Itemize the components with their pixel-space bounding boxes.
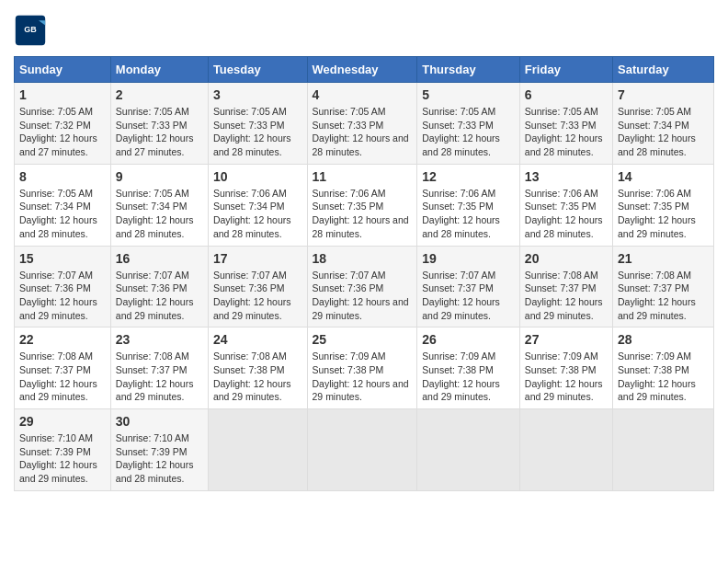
day-info: Sunrise: 7:05 AMSunset: 7:33 PMDaylight:… <box>313 105 413 159</box>
day-info: Sunrise: 7:09 AMSunset: 7:38 PMDaylight:… <box>525 350 608 404</box>
day-number: 27 <box>525 332 608 347</box>
calendar-cell <box>307 409 417 491</box>
header-sunday: Sunday <box>15 57 111 83</box>
calendar-cell: 22Sunrise: 7:08 AMSunset: 7:37 PMDayligh… <box>15 327 111 409</box>
calendar-cell <box>519 409 612 491</box>
calendar-cell: 11Sunrise: 7:06 AMSunset: 7:35 PMDayligh… <box>307 164 417 246</box>
day-number: 21 <box>618 251 709 266</box>
calendar-cell: 23Sunrise: 7:08 AMSunset: 7:37 PMDayligh… <box>110 327 208 409</box>
day-info: Sunrise: 7:10 AMSunset: 7:39 PMDaylight:… <box>116 431 203 486</box>
calendar-cell <box>208 409 307 491</box>
calendar-week-4: 22Sunrise: 7:08 AMSunset: 7:37 PMDayligh… <box>15 327 714 409</box>
header-tuesday: Tuesday <box>208 57 307 83</box>
calendar-cell: 24Sunrise: 7:08 AMSunset: 7:38 PMDayligh… <box>208 327 307 409</box>
calendar-cell: 6Sunrise: 7:05 AMSunset: 7:33 PMDaylight… <box>519 83 612 165</box>
calendar-cell: 7Sunrise: 7:05 AMSunset: 7:34 PMDaylight… <box>613 83 714 165</box>
day-number: 4 <box>313 87 413 102</box>
calendar-cell: 9Sunrise: 7:05 AMSunset: 7:34 PMDaylight… <box>110 164 208 246</box>
day-number: 15 <box>19 251 106 266</box>
calendar-cell: 16Sunrise: 7:07 AMSunset: 7:36 PMDayligh… <box>110 246 208 327</box>
day-number: 19 <box>422 251 515 266</box>
calendar-cell: 1Sunrise: 7:05 AMSunset: 7:32 PMDaylight… <box>15 83 111 165</box>
day-number: 26 <box>422 332 515 347</box>
calendar-cell: 10Sunrise: 7:06 AMSunset: 7:34 PMDayligh… <box>208 164 307 246</box>
day-number: 3 <box>213 87 302 102</box>
day-number: 5 <box>422 87 515 102</box>
day-number: 28 <box>618 332 709 347</box>
calendar-cell: 18Sunrise: 7:07 AMSunset: 7:36 PMDayligh… <box>307 246 417 327</box>
day-info: Sunrise: 7:08 AMSunset: 7:37 PMDaylight:… <box>525 269 608 323</box>
day-info: Sunrise: 7:05 AMSunset: 7:34 PMDaylight:… <box>618 105 709 159</box>
day-number: 6 <box>525 87 608 102</box>
day-number: 10 <box>213 169 302 184</box>
calendar-header-row: SundayMondayTuesdayWednesdayThursdayFrid… <box>15 57 714 83</box>
day-info: Sunrise: 7:05 AMSunset: 7:33 PMDaylight:… <box>116 105 203 159</box>
day-info: Sunrise: 7:09 AMSunset: 7:38 PMDaylight:… <box>422 350 515 404</box>
header-thursday: Thursday <box>417 57 520 83</box>
day-info: Sunrise: 7:05 AMSunset: 7:34 PMDaylight:… <box>19 187 106 241</box>
day-number: 7 <box>618 87 709 102</box>
calendar-cell: 13Sunrise: 7:06 AMSunset: 7:35 PMDayligh… <box>519 164 612 246</box>
day-info: Sunrise: 7:09 AMSunset: 7:38 PMDaylight:… <box>313 350 413 404</box>
header: GB <box>14 14 714 47</box>
day-info: Sunrise: 7:07 AMSunset: 7:37 PMDaylight:… <box>422 269 515 323</box>
calendar-cell: 8Sunrise: 7:05 AMSunset: 7:34 PMDaylight… <box>15 164 111 246</box>
day-info: Sunrise: 7:05 AMSunset: 7:33 PMDaylight:… <box>213 105 302 159</box>
calendar-week-3: 15Sunrise: 7:07 AMSunset: 7:36 PMDayligh… <box>15 246 714 327</box>
logo: GB <box>14 14 51 47</box>
day-number: 1 <box>19 87 106 102</box>
calendar-cell: 17Sunrise: 7:07 AMSunset: 7:36 PMDayligh… <box>208 246 307 327</box>
calendar-cell: 15Sunrise: 7:07 AMSunset: 7:36 PMDayligh… <box>15 246 111 327</box>
calendar-cell: 2Sunrise: 7:05 AMSunset: 7:33 PMDaylight… <box>110 83 208 165</box>
day-info: Sunrise: 7:08 AMSunset: 7:37 PMDaylight:… <box>116 350 203 404</box>
calendar-cell: 3Sunrise: 7:05 AMSunset: 7:33 PMDaylight… <box>208 83 307 165</box>
day-info: Sunrise: 7:06 AMSunset: 7:34 PMDaylight:… <box>213 187 302 241</box>
day-number: 11 <box>313 169 413 184</box>
day-info: Sunrise: 7:08 AMSunset: 7:37 PMDaylight:… <box>618 269 709 323</box>
day-info: Sunrise: 7:05 AMSunset: 7:33 PMDaylight:… <box>422 105 515 159</box>
day-info: Sunrise: 7:05 AMSunset: 7:34 PMDaylight:… <box>116 187 203 241</box>
svg-text:GB: GB <box>24 25 37 34</box>
day-info: Sunrise: 7:07 AMSunset: 7:36 PMDaylight:… <box>19 269 106 323</box>
calendar-cell: 19Sunrise: 7:07 AMSunset: 7:37 PMDayligh… <box>417 246 520 327</box>
calendar-cell: 30Sunrise: 7:10 AMSunset: 7:39 PMDayligh… <box>110 409 208 491</box>
calendar-cell: 29Sunrise: 7:10 AMSunset: 7:39 PMDayligh… <box>15 409 111 491</box>
calendar-cell: 14Sunrise: 7:06 AMSunset: 7:35 PMDayligh… <box>613 164 714 246</box>
day-number: 17 <box>213 251 302 266</box>
day-info: Sunrise: 7:08 AMSunset: 7:37 PMDaylight:… <box>19 350 106 404</box>
day-number: 14 <box>618 169 709 184</box>
calendar-cell <box>417 409 520 491</box>
day-info: Sunrise: 7:06 AMSunset: 7:35 PMDaylight:… <box>618 187 709 241</box>
calendar-cell <box>613 409 714 491</box>
day-number: 16 <box>116 251 203 266</box>
calendar-cell: 25Sunrise: 7:09 AMSunset: 7:38 PMDayligh… <box>307 327 417 409</box>
day-number: 22 <box>19 332 106 347</box>
day-info: Sunrise: 7:05 AMSunset: 7:32 PMDaylight:… <box>19 105 106 159</box>
day-number: 30 <box>116 414 203 429</box>
day-number: 8 <box>19 169 106 184</box>
calendar-cell: 5Sunrise: 7:05 AMSunset: 7:33 PMDaylight… <box>417 83 520 165</box>
calendar-week-2: 8Sunrise: 7:05 AMSunset: 7:34 PMDaylight… <box>15 164 714 246</box>
day-info: Sunrise: 7:08 AMSunset: 7:38 PMDaylight:… <box>213 350 302 404</box>
day-info: Sunrise: 7:09 AMSunset: 7:38 PMDaylight:… <box>618 350 709 404</box>
day-info: Sunrise: 7:05 AMSunset: 7:33 PMDaylight:… <box>525 105 608 159</box>
calendar-cell: 28Sunrise: 7:09 AMSunset: 7:38 PMDayligh… <box>613 327 714 409</box>
day-number: 20 <box>525 251 608 266</box>
calendar-week-5: 29Sunrise: 7:10 AMSunset: 7:39 PMDayligh… <box>15 409 714 491</box>
day-info: Sunrise: 7:07 AMSunset: 7:36 PMDaylight:… <box>116 269 203 323</box>
calendar-cell: 21Sunrise: 7:08 AMSunset: 7:37 PMDayligh… <box>613 246 714 327</box>
day-number: 29 <box>19 414 106 429</box>
day-info: Sunrise: 7:07 AMSunset: 7:36 PMDaylight:… <box>213 269 302 323</box>
day-number: 18 <box>313 251 413 266</box>
calendar-cell: 20Sunrise: 7:08 AMSunset: 7:37 PMDayligh… <box>519 246 612 327</box>
day-info: Sunrise: 7:06 AMSunset: 7:35 PMDaylight:… <box>422 187 515 241</box>
calendar-cell: 12Sunrise: 7:06 AMSunset: 7:35 PMDayligh… <box>417 164 520 246</box>
calendar-week-1: 1Sunrise: 7:05 AMSunset: 7:32 PMDaylight… <box>15 83 714 165</box>
day-number: 13 <box>525 169 608 184</box>
day-number: 24 <box>213 332 302 347</box>
day-number: 2 <box>116 87 203 102</box>
day-number: 25 <box>313 332 413 347</box>
header-monday: Monday <box>110 57 208 83</box>
header-saturday: Saturday <box>613 57 714 83</box>
day-number: 12 <box>422 169 515 184</box>
